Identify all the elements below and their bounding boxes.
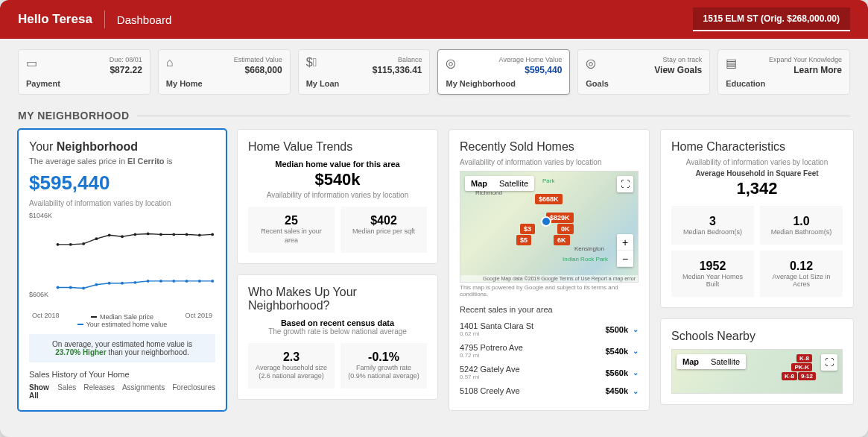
sales-map[interactable]: Map Satellite ⛶ + − Richmond Park Kensin… [460, 171, 639, 283]
schools-map[interactable]: Map Satellite ⛶ K-8 PK-K K-8 9-12 [671, 349, 843, 394]
price-marker[interactable]: $668K [535, 194, 563, 204]
list-title: Recent sales in your area [460, 305, 639, 314]
dashboard-grid: Your Neighborhood The average sales pric… [0, 122, 868, 418]
history-tab-releases[interactable]: Releases [83, 383, 115, 400]
svg-point-24 [198, 280, 201, 283]
map-place: Park [542, 177, 554, 184]
history-tab-showall[interactable]: Show All [29, 383, 50, 400]
satellite-button[interactable]: Satellite [493, 176, 534, 191]
zoom-out-button[interactable]: − [617, 251, 633, 267]
svg-point-23 [186, 280, 189, 283]
y-axis-top: $1046K [29, 212, 52, 219]
characteristics-grid: 3Median Bedroom(s) 1.0Median Bathroom(s)… [671, 206, 843, 297]
fullscreen-icon[interactable]: ⛶ [821, 354, 837, 371]
tab-education[interactable]: ▤Expand Your KnowledgeLearn More Educati… [717, 49, 850, 95]
section-heading: MY NEIGHBORHOOD [0, 105, 868, 122]
availability-note: Availability of information varies by lo… [460, 158, 639, 166]
price-marker[interactable]: $3 [520, 224, 535, 234]
school-badge[interactable]: 9-12 [798, 372, 816, 380]
svg-point-13 [57, 286, 60, 289]
home-value-trends-card: Home Value Trends Median home value for … [237, 129, 438, 263]
sale-row[interactable]: 4795 Potrero Ave0.72 mi$540k⌄ [460, 340, 639, 362]
your-neighborhood-card: Your Neighborhood The average sales pric… [18, 129, 226, 411]
history-tab-assignments[interactable]: Assignments [122, 383, 165, 400]
availability-note: Availability of information varies by lo… [29, 199, 215, 207]
svg-point-5 [121, 236, 124, 239]
tab-myhome[interactable]: ⌂Estimated Value$668,000 My Home [158, 49, 291, 95]
svg-point-25 [211, 280, 214, 283]
book-icon: ▤ [726, 56, 741, 71]
svg-point-4 [108, 234, 111, 237]
price-marker[interactable]: 6K [554, 235, 570, 245]
stat-household-size: 2.3Average household size(2.6 national a… [248, 343, 335, 389]
tab-goals[interactable]: ◎Stay on trackView Goals Goals [577, 49, 710, 95]
x-axis-left: Oct 2018 [32, 312, 60, 319]
tab-label: Payment [26, 79, 142, 88]
map-place: Richmond [475, 189, 502, 196]
address-badge[interactable]: 1515 ELM ST (Orig. $268,000.00) [693, 7, 850, 31]
zoom-in-button[interactable]: + [617, 234, 633, 251]
sale-row[interactable]: 1401 Santa Clara St0.62 mi$500k⌄ [460, 318, 639, 340]
svg-point-7 [147, 233, 150, 236]
price-marker[interactable]: $5 [516, 235, 531, 245]
stat-bedrooms: 3Median Bedroom(s) [671, 206, 754, 245]
sale-row[interactable]: 5108 Creely Ave$450k⌄ [460, 383, 639, 398]
app-header: Hello Teresa Dashboard 1515 ELM ST (Orig… [0, 0, 868, 39]
svg-point-3 [95, 238, 98, 241]
map-button[interactable]: Map [677, 354, 705, 369]
card-title: Recently Sold Homes [460, 140, 639, 154]
sqft-value: 1,342 [671, 179, 843, 198]
school-badge[interactable]: PK-K [791, 363, 812, 371]
tab-payment[interactable]: ▭Due: 08/01$872.22 Payment [18, 49, 151, 95]
x-axis-right: Oct 2019 [185, 312, 212, 319]
satellite-button[interactable]: Satellite [705, 354, 746, 369]
svg-point-16 [95, 283, 98, 286]
home-characteristics-card: Home Characteristics Availability of inf… [660, 129, 854, 308]
census-label: Based on recent census data [248, 318, 427, 327]
stat-bathrooms: 1.0Median Bathroom(s) [760, 206, 843, 245]
svg-point-21 [159, 280, 162, 283]
tab-myneighborhood[interactable]: ◎Average Home Value$595,440 My Neighborh… [437, 49, 570, 95]
school-badge[interactable]: K-8 [782, 372, 797, 380]
svg-point-2 [82, 242, 85, 245]
svg-point-14 [69, 286, 72, 289]
chevron-down-icon: ⌄ [633, 387, 639, 395]
svg-point-11 [198, 234, 201, 237]
page-title: Dashboard [117, 13, 171, 26]
svg-point-18 [121, 282, 124, 285]
svg-point-20 [147, 280, 150, 283]
tab-label: Goals [586, 79, 702, 88]
stat-growth-rate: -0.1%Family growth rate(0.9% national av… [340, 343, 427, 389]
card-title: Schools Nearby [671, 330, 843, 343]
chevron-down-icon: ⌄ [633, 325, 639, 333]
greeting: Hello Teresa [18, 12, 92, 27]
home-icon: ⌂ [166, 56, 181, 71]
svg-point-1 [69, 243, 72, 246]
stat-recent-sales: 25Recent sales in your area [248, 207, 335, 252]
fullscreen-icon[interactable]: ⛶ [617, 176, 633, 192]
recently-sold-card: Recently Sold Homes Availability of info… [449, 129, 650, 411]
history-tab-foreclosures[interactable]: Foreclosures [172, 383, 215, 400]
loan-icon: $⃞ [306, 56, 321, 71]
y-axis-bot: $606K [29, 291, 48, 298]
tab-myloan[interactable]: $⃞Balance$115,336.41 My Loan [298, 49, 431, 95]
tab-label: My Neighborhood [446, 79, 562, 88]
stat-year-built: 1952Median Year Homes Built [671, 251, 754, 297]
availability-note: Availability of information varies by lo… [248, 191, 427, 199]
card-subtitle: The average sales price in El Cerrito is [29, 157, 215, 166]
svg-point-12 [211, 233, 214, 236]
avg-price: $595,440 [29, 172, 215, 195]
svg-point-19 [133, 281, 136, 284]
map-type-toggle: Map Satellite [677, 354, 746, 369]
map-button[interactable]: Map [465, 176, 493, 191]
school-badge[interactable]: K-8 [796, 354, 812, 362]
price-marker[interactable]: 0K [557, 224, 574, 234]
sparkline [29, 212, 215, 309]
home-pin[interactable] [541, 216, 551, 227]
chevron-down-icon: ⌄ [633, 368, 639, 377]
who-makes-up-card: Who Makes Up Your Neighborhood? Based on… [237, 274, 438, 400]
sale-row[interactable]: 5242 Gately Ave0.57 mi$560k⌄ [460, 362, 639, 383]
map-place: Kensington [574, 245, 604, 252]
history-tab-sales[interactable]: Sales [57, 383, 76, 400]
col2: Home Value Trends Median home value for … [237, 129, 438, 411]
